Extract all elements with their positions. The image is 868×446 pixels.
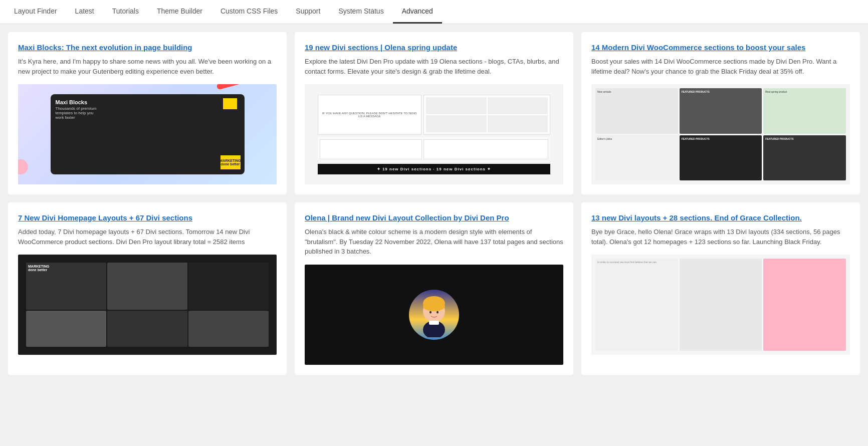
olena-character-svg	[414, 292, 454, 337]
card-description: Boost your sales with 14 Divi WooCommerc…	[591, 57, 850, 76]
card-description: It's Kyra here, and I'm happy to share s…	[18, 57, 277, 76]
card-grace: 13 new Divi layouts + 28 sections. End o…	[581, 202, 860, 375]
card-title[interactable]: 19 new Divi sections | Olena spring upda…	[305, 42, 563, 53]
divi-banner: ✦ 19 new Divi sections · 19 new Divi sec…	[318, 164, 550, 174]
card-image: MARKETINGdone better	[18, 255, 277, 355]
card-description: Bye bye Grace, hello Olena! Grace wraps …	[591, 227, 850, 247]
svg-point-5	[437, 311, 439, 313]
tab-latest[interactable]: Latest	[66, 0, 103, 24]
card-image: Maxi Blocks Thousands of premiumtemplate…	[18, 84, 277, 184]
card-image	[305, 265, 563, 365]
tab-custom-css[interactable]: Custom CSS Files	[211, 0, 287, 24]
card-title[interactable]: 7 New Divi Homepage Layouts + 67 Divi se…	[18, 212, 277, 223]
card-description: Olena's black & white colour scheme is a…	[305, 227, 563, 257]
card-19-divi: 19 new Divi sections | Olena spring upda…	[295, 32, 573, 194]
card-maxi-blocks: Maxi Blocks: The next evolution in page …	[8, 32, 287, 194]
card-title[interactable]: Maxi Blocks: The next evolution in page …	[18, 42, 277, 53]
tab-system-status[interactable]: System Status	[329, 0, 392, 24]
card-title[interactable]: 13 new Divi layouts + 28 sections. End o…	[591, 212, 850, 223]
tab-theme-builder[interactable]: Theme Builder	[148, 0, 211, 24]
card-title[interactable]: Olena | Brand new Divi Layout Collection…	[305, 212, 563, 223]
card-7-homepage: 7 New Divi Homepage Layouts + 67 Divi se…	[8, 202, 287, 375]
card-image: In order to succeed, we must first belie…	[591, 255, 850, 355]
tab-layout-finder[interactable]: Layout Finder	[5, 0, 66, 24]
card-title[interactable]: 14 Modern Divi WooCommerce sections to b…	[591, 42, 850, 53]
tab-advanced[interactable]: Advanced	[393, 0, 442, 24]
card-image: IF YOU HAVE ANY QUESTION, PLEASE DON'T H…	[305, 84, 563, 184]
card-olena: Olena | Brand new Divi Layout Collection…	[295, 202, 573, 375]
card-woocommerce: 14 Modern Divi WooCommerce sections to b…	[581, 32, 860, 194]
svg-rect-6	[429, 321, 439, 325]
content-grid: Maxi Blocks: The next evolution in page …	[0, 24, 868, 383]
card-description: Explore the latest Divi Den Pro update w…	[305, 57, 563, 76]
card-description: Added today, 7 Divi homepage layouts + 6…	[18, 227, 277, 247]
svg-point-4	[429, 311, 431, 313]
tab-tutorials[interactable]: Tutorials	[103, 0, 148, 24]
card-image: New arrivals FEATURED PRODUCTS Best spri…	[591, 84, 850, 184]
tab-support[interactable]: Support	[287, 0, 329, 24]
nav-bar: Layout Finder Latest Tutorials Theme Bui…	[0, 0, 868, 24]
svg-point-3	[423, 301, 445, 311]
